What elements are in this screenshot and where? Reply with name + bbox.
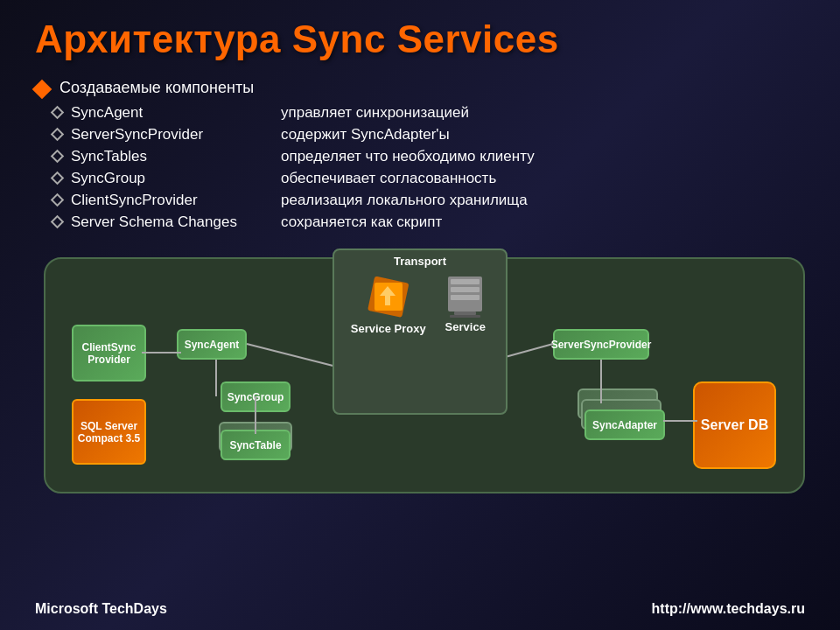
sub-bullet-right: сохраняется как скрипт: [281, 214, 805, 231]
slide: Архитектура Sync Services Создаваемые ко…: [0, 0, 840, 630]
service-proxy-group: Service Proxy: [351, 272, 426, 335]
sync-agent-label: SyncAgent: [185, 339, 240, 351]
main-bullet: Создаваемые компоненты: [35, 79, 805, 97]
svg-rect-13: [451, 295, 480, 300]
sub-bullet-item: ServerSyncProvider содержит SyncAdapter'…: [52, 126, 805, 144]
sql-compact-box: SQL Server Compact 3.5: [72, 399, 146, 465]
sub-bullet-item: Server Schema Changes сохраняется как ск…: [52, 214, 805, 231]
sub-bullet-diamond-icon: [51, 150, 65, 164]
service-proxy-icon: [364, 272, 412, 320]
sync-table-label: SyncTable: [229, 439, 281, 452]
svg-rect-14: [454, 312, 476, 315]
svg-rect-11: [451, 279, 480, 284]
transport-box: Transport Service Proxy: [332, 248, 508, 415]
content-area: Создаваемые компоненты SyncAgent управля…: [35, 79, 805, 231]
bullet-diamond-icon: [32, 80, 52, 100]
server-db-label: Server DB: [701, 417, 768, 433]
sync-agent-box: SyncAgent: [177, 329, 247, 360]
server-db-box: Server DB: [693, 382, 776, 469]
sub-bullet-diamond-icon: [51, 215, 65, 229]
sub-bullet-item: SyncTables определяет что необходимо кли…: [52, 148, 805, 165]
footer: Microsoft TechDays http://www.techdays.r…: [0, 601, 840, 617]
sub-bullet-right: обеспечивает согласованность: [281, 170, 805, 187]
sync-adapter-box: SyncAdapter: [584, 410, 665, 440]
sub-bullet-left: ClientSyncProvider: [71, 192, 281, 209]
sub-bullet-right: реализация локального хранилища: [281, 192, 805, 209]
sub-bullet-left: SyncTables: [71, 148, 281, 165]
sub-bullet-left: SyncAgent: [71, 104, 281, 122]
sub-bullet-right: управляет синхронизацией: [281, 104, 805, 122]
svg-rect-12: [451, 287, 480, 292]
sub-bullet-right: определяет что необходимо клиенту: [281, 148, 805, 165]
sub-bullet-left: SyncGroup: [71, 170, 281, 187]
transport-label: Transport: [394, 255, 446, 268]
sync-adapter-label: SyncAdapter: [592, 419, 657, 431]
sub-bullet-left: ServerSyncProvider: [71, 126, 281, 144]
sync-group-label: SyncGroup: [228, 391, 284, 403]
service-group: Service: [441, 272, 489, 335]
sub-bullet-item: SyncGroup обеспечивает согласованность: [52, 170, 805, 187]
service-label: Service: [445, 320, 486, 333]
transport-icons: Service Proxy Service: [334, 272, 506, 335]
server-sync-provider-box: ServerSyncProvider: [553, 329, 649, 360]
sync-group-box: SyncGroup: [220, 382, 290, 412]
client-sync-provider-box: ClientSync Provider: [72, 325, 146, 382]
sub-bullet-item: SyncAgent управляет синхронизацией: [52, 104, 805, 122]
service-proxy-label: Service Proxy: [351, 322, 426, 335]
svg-rect-15: [450, 315, 480, 318]
footer-left: Microsoft TechDays: [35, 601, 167, 617]
slide-title: Архитектура Sync Services: [35, 18, 805, 61]
service-icon: [441, 272, 489, 320]
footer-right: http://www.techdays.ru: [652, 601, 805, 617]
sub-bullet-item: ClientSyncProvider реализация локального…: [52, 192, 805, 209]
sync-table-box: SyncTable: [220, 430, 290, 460]
sub-bullet-left: Server Schema Changes: [71, 214, 281, 231]
server-sync-provider-label: ServerSyncProvider: [551, 339, 652, 351]
sub-bullet-diamond-icon: [51, 172, 65, 186]
diagram-container: ClientSync Provider SyncAgent SyncGroup …: [35, 248, 822, 511]
sub-bullet-diamond-icon: [51, 128, 65, 142]
client-sync-label: ClientSync Provider: [77, 341, 141, 366]
sub-bullet-diamond-icon: [51, 193, 65, 207]
sub-bullet-right: содержит SyncAdapter'ы: [281, 126, 805, 144]
sql-compact-label: SQL Server Compact 3.5: [77, 420, 141, 444]
sub-bullet-diamond-icon: [51, 106, 65, 120]
main-bullet-text: Создаваемые компоненты: [60, 79, 254, 97]
sub-bullets-list: SyncAgent управляет синхронизацией Serve…: [52, 104, 805, 231]
